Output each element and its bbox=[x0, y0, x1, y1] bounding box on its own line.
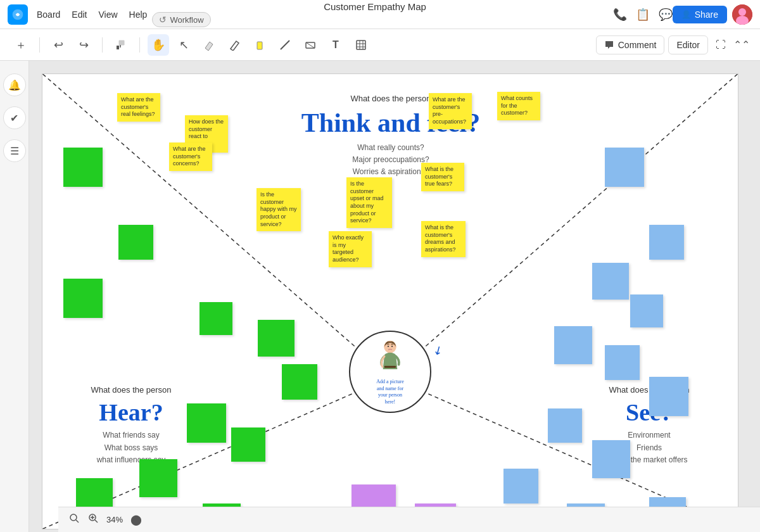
sticky-note-g2[interactable] bbox=[118, 225, 153, 260]
copy-icon[interactable]: 📋 bbox=[636, 8, 650, 22]
collapse-icon[interactable]: ⌃⌃ bbox=[733, 39, 750, 51]
comment-button[interactable]: Comment bbox=[596, 35, 665, 54]
sticky-note-b4[interactable] bbox=[630, 294, 663, 327]
sticky-note-b1[interactable] bbox=[605, 148, 644, 187]
workflow-button[interactable]: Workflow bbox=[152, 12, 210, 27]
sticky-note-y7[interactable]: Is the customer happy with my product or… bbox=[256, 188, 301, 231]
menu-bar: Board Edit View Help Customer Empathy Ma… bbox=[0, 0, 760, 29]
avatar-image bbox=[732, 4, 752, 25]
avatar[interactable] bbox=[732, 4, 752, 25]
hear-heading: What does the person Hear? What friends … bbox=[61, 384, 201, 466]
format-painter-button[interactable] bbox=[110, 34, 132, 56]
zoom-out-button[interactable] bbox=[68, 512, 80, 527]
sticky-note-y8[interactable]: Is the customer upset or mad about my pr… bbox=[346, 177, 392, 228]
cursor-tool-button[interactable]: ↖ bbox=[173, 34, 194, 56]
person-caption: Add a pictureand name foryour personhere… bbox=[376, 379, 404, 405]
line-tool-button[interactable] bbox=[274, 34, 296, 56]
person-illustration bbox=[371, 338, 409, 376]
sticky-note-g3[interactable] bbox=[63, 279, 103, 318]
sticky-note-y5[interactable]: What counts for the customer? bbox=[497, 92, 540, 120]
whiteboard: What does the person Think and feel? Wha… bbox=[42, 73, 738, 529]
toolbar-separator-3 bbox=[139, 37, 140, 53]
svg-point-20 bbox=[388, 346, 389, 347]
top-right-icons: 📞 📋 💬 bbox=[613, 8, 673, 22]
share-button[interactable]: Share bbox=[673, 6, 727, 23]
sticky-note-y9[interactable]: What is the customer's dreams and aspira… bbox=[421, 221, 466, 257]
canvas[interactable]: What does the person Think and feel? Wha… bbox=[29, 61, 760, 532]
person-arrow: ↙ bbox=[431, 342, 446, 359]
phone-icon[interactable]: 📞 bbox=[613, 8, 627, 22]
sticky-note-y6[interactable]: What is the customer's true fears? bbox=[421, 163, 464, 191]
sticky-note-g6[interactable] bbox=[282, 364, 317, 400]
think-feel-heading: What does the person Think and feel? Wha… bbox=[264, 93, 517, 179]
undo-button[interactable]: ↩ bbox=[48, 34, 69, 56]
text-tool-button[interactable]: T bbox=[325, 34, 346, 56]
toolbar-separator-2 bbox=[102, 37, 103, 53]
person-circle[interactable]: Add a pictureand name foryour personhere… bbox=[349, 331, 431, 413]
svg-rect-4 bbox=[117, 46, 119, 49]
orientation-button[interactable]: ⬤ bbox=[130, 514, 142, 526]
sticky-note-b7[interactable] bbox=[649, 377, 688, 416]
redo-button[interactable]: ↪ bbox=[73, 34, 94, 56]
svg-rect-19 bbox=[384, 366, 396, 368]
svg-line-25 bbox=[95, 520, 98, 522]
sticky-note-y3[interactable]: What are the customer's concerns? bbox=[169, 142, 212, 171]
sticky-note-g4[interactable] bbox=[200, 302, 232, 335]
menu-help[interactable]: Help bbox=[129, 10, 148, 20]
add-button[interactable]: ＋ bbox=[10, 34, 32, 56]
sticky-note-y10[interactable]: Who exactly is my targeted audience? bbox=[329, 231, 372, 267]
menu-items: Board Edit View Help bbox=[37, 10, 147, 20]
svg-line-8 bbox=[306, 42, 315, 48]
sticky-note-b5[interactable] bbox=[554, 326, 592, 364]
toolbar: ＋ ↩ ↪ ✋ ↖ T Comment Editor ⛶ ⌃⌃ bbox=[0, 29, 760, 61]
menu-board[interactable]: Board bbox=[37, 10, 60, 20]
zoom-level[interactable]: 34% bbox=[106, 515, 123, 524]
toolbar-separator-1 bbox=[39, 37, 40, 53]
left-sidebar: 🔔 ✔ ☰ bbox=[0, 61, 29, 532]
app-logo[interactable] bbox=[8, 4, 28, 25]
main-area: 🔔 ✔ ☰ What does the person Think and fee… bbox=[0, 61, 760, 532]
svg-line-23 bbox=[76, 520, 79, 522]
sticky-note-b3[interactable] bbox=[592, 263, 629, 300]
editor-button[interactable]: Editor bbox=[668, 35, 708, 54]
sticky-note-y1[interactable]: What are the customer's real feelings? bbox=[117, 93, 160, 122]
svg-point-22 bbox=[70, 514, 77, 521]
menu-edit[interactable]: Edit bbox=[72, 10, 87, 20]
sticky-note-g7[interactable] bbox=[187, 403, 226, 443]
pen-tool-button[interactable] bbox=[224, 34, 245, 56]
sticky-note-g5[interactable] bbox=[258, 320, 294, 357]
notification-bell-button[interactable]: 🔔 bbox=[3, 73, 26, 96]
expand-icon[interactable]: ⛶ bbox=[716, 39, 726, 51]
shape-tool-button[interactable] bbox=[300, 34, 321, 56]
highlight-tool-button[interactable] bbox=[249, 34, 270, 56]
sticky-note-g1[interactable] bbox=[63, 148, 103, 187]
bottom-bar: 34% ⬤ bbox=[58, 507, 760, 532]
svg-line-6 bbox=[281, 41, 289, 49]
svg-rect-5 bbox=[257, 42, 262, 49]
sticky-note-g9[interactable] bbox=[139, 459, 177, 497]
eraser-tool-button[interactable] bbox=[198, 34, 220, 56]
chat-icon[interactable]: 💬 bbox=[659, 8, 673, 22]
sticky-note-b2[interactable] bbox=[649, 225, 684, 260]
menu-view[interactable]: View bbox=[98, 10, 117, 20]
sticky-note-b8[interactable] bbox=[548, 408, 582, 443]
sticky-note-y4[interactable]: What are the customer's pre-occupations? bbox=[429, 93, 472, 129]
svg-point-2 bbox=[738, 8, 746, 16]
sticky-note-b9[interactable] bbox=[592, 440, 630, 478]
svg-rect-9 bbox=[357, 41, 365, 49]
tasks-button[interactable]: ✔ bbox=[3, 106, 26, 129]
sticky-note-b10[interactable] bbox=[504, 469, 538, 504]
menu-sidebar-button[interactable]: ☰ bbox=[3, 139, 26, 162]
page-title: Customer Empathy Map Workflow bbox=[147, 1, 602, 27]
hand-tool-button[interactable]: ✋ bbox=[148, 34, 169, 56]
zoom-in-button[interactable] bbox=[87, 512, 99, 527]
sticky-note-g8[interactable] bbox=[231, 428, 265, 462]
sticky-note-b6[interactable] bbox=[605, 345, 640, 380]
svg-point-21 bbox=[391, 346, 393, 347]
table-tool-button[interactable] bbox=[350, 34, 372, 56]
